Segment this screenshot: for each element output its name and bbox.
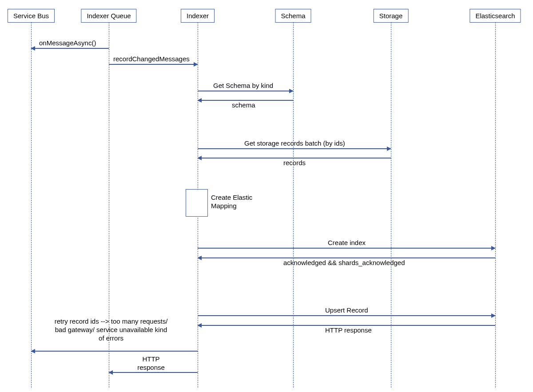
- participant-schema: Schema: [275, 9, 311, 23]
- arrow-recordchangedmessages: [109, 64, 198, 65]
- arrow-http-response-2: [109, 372, 198, 373]
- label-onmessageasync: onMessageAsync(): [39, 39, 96, 47]
- participant-indexer: Indexer: [181, 9, 215, 23]
- arrow-records-return: [198, 158, 391, 158]
- arrow-http-response-1: [198, 325, 495, 326]
- label-get-schema: Get Schema by kind: [213, 82, 273, 89]
- label-get-storage: Get storage records batch (by ids): [244, 139, 345, 147]
- arrow-upsert-record: [198, 315, 495, 316]
- arrow-get-storage: [198, 148, 391, 149]
- label-schema-return: schema: [232, 101, 255, 109]
- label-recordchangedmessages: recordChangedMessages: [113, 55, 190, 63]
- lifeline-service-bus: [31, 22, 32, 388]
- arrow-retry-errors: [31, 351, 198, 352]
- label-upsert-record: Upsert Record: [325, 306, 368, 314]
- self-box-create-elastic-mapping: [186, 189, 208, 217]
- lifeline-elasticsearch: [495, 22, 496, 388]
- label-ack-shards: acknowledged && shards_acknowledged: [283, 259, 405, 266]
- lifeline-storage: [391, 22, 391, 388]
- label-http-response-1: HTTP response: [325, 326, 372, 334]
- arrow-schema-return: [198, 100, 293, 101]
- arrow-ack-shards: [198, 257, 495, 258]
- lifeline-schema: [293, 22, 294, 388]
- participant-service-bus: Service Bus: [8, 9, 55, 23]
- label-retry-errors: retry record ids --> too many requests/b…: [42, 317, 180, 342]
- participant-indexer-queue: Indexer Queue: [81, 9, 136, 23]
- label-http-response-2: HTTPresponse: [133, 355, 169, 372]
- arrow-create-index: [198, 248, 495, 249]
- participant-elasticsearch: Elasticsearch: [469, 9, 521, 23]
- label-create-index: Create index: [328, 239, 366, 246]
- label-records-return: records: [283, 159, 306, 166]
- label-create-elastic-mapping: Create ElasticMapping: [211, 194, 260, 210]
- arrow-get-schema: [198, 91, 293, 91]
- participant-storage: Storage: [374, 9, 409, 23]
- arrow-onmessageasync: [31, 48, 109, 49]
